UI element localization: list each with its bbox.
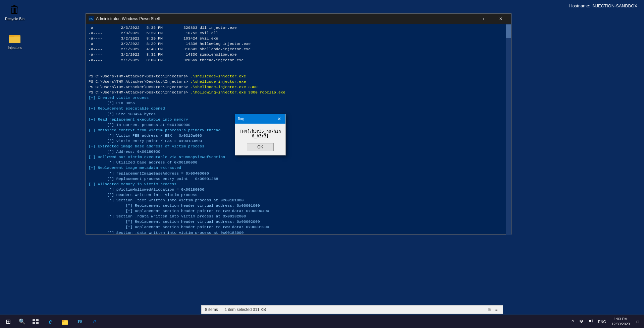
clock-date: 12/30/2023 [611,322,630,326]
taskbar: ⊞ 🔍 e PS e ^ [0,315,644,328]
clock-time: 1:03 PM [611,317,630,321]
explorer-statusbar: 8 items 1 item selected 311 KB ⊞ ≡ [201,305,503,314]
svg-rect-8 [36,322,39,324]
taskbar-language[interactable]: ENG [597,320,607,324]
tray-network[interactable] [577,319,585,324]
ps-minimize-btn[interactable]: ─ [461,14,476,24]
ps-titlebar: PS Administrator: Windows PowerShell ─ □… [86,14,511,24]
view-icons: ⊞ ≡ [486,307,499,313]
svg-rect-2 [9,35,14,37]
svg-marker-13 [589,319,591,323]
ps-title-icon: PS [89,16,94,21]
hostname-label: Hostname: INJECTION-SANDBOX [569,3,637,8]
svg-text:PS: PS [89,17,93,21]
svg-rect-5 [33,319,35,321]
selection-info: 1 item selected 311 KB [225,307,266,312]
tray-volume[interactable] [587,319,595,324]
edge-taskbar-btn[interactable]: e [87,315,102,328]
dialog-close-btn[interactable]: ✕ [276,116,283,122]
ps-scrollbar[interactable] [506,24,511,235]
dialog-ok-btn[interactable]: OK [247,143,274,151]
ie-taskbar-btn[interactable]: e [43,315,58,328]
ps-title-text: Administrator: Windows PowerShell [96,16,461,21]
injectors-label: Injectors [8,46,22,50]
recycle-bin-label: Recycle Bin [5,17,24,21]
ps-win-controls: ─ □ ✕ [461,14,508,24]
svg-point-12 [581,322,582,323]
desktop: Hostname: INJECTION-SANDBOX 🗑 Recycle Bi… [0,0,644,328]
injectors-image [8,31,21,45]
taskbar-clock[interactable]: 1:03 PM 12/30/2023 [609,317,632,326]
flag-dialog: flag ✕ THM{7h3r35_n07h1n6_h3r3} OK [235,114,286,155]
ps-close-btn[interactable]: ✕ [493,14,508,24]
dialog-titlebar: flag ✕ [235,114,285,124]
ps-maximize-btn[interactable]: □ [477,14,492,24]
svg-rect-1 [9,37,20,43]
recycle-bin-image: 🗑 [8,3,21,16]
start-button[interactable]: ⊞ [0,315,16,328]
tray-chevron[interactable]: ^ [571,319,576,324]
task-view-button[interactable] [28,315,43,328]
explorer-taskbar-btn[interactable] [58,315,72,328]
items-count: 8 items [205,307,218,312]
powershell-window: PS Administrator: Windows PowerShell ─ □… [86,13,512,235]
dialog-flag-text: THM{7h3r35_n07h1n6_h3r3} [239,129,281,138]
ps-scrollbar-thumb[interactable] [506,24,511,38]
taskbar-notification[interactable]: □ [634,315,641,328]
search-button[interactable]: 🔍 [16,315,28,328]
taskbar-right: ^ ENG 1:03 PM 12/30/2023 □ [571,315,644,328]
svg-rect-11 [62,320,64,322]
dialog-title: flag [238,117,244,121]
powershell-taskbar-btn[interactable]: PS [72,315,87,328]
dialog-body: THM{7h3r35_n07h1n6_h3r3} OK [235,124,285,155]
svg-rect-10 [62,321,68,325]
svg-rect-7 [33,322,35,324]
recycle-bin-icon[interactable]: 🗑 Recycle Bin [1,1,28,22]
injectors-icon[interactable]: Injectors [1,30,28,51]
view-large-icon[interactable]: ⊞ [486,307,492,313]
ps-content-area: -a---- 2/3/2022 5:35 PM 320803 dll-injec… [86,24,511,234]
view-details-icon[interactable]: ≡ [493,307,499,313]
svg-rect-6 [36,319,39,321]
